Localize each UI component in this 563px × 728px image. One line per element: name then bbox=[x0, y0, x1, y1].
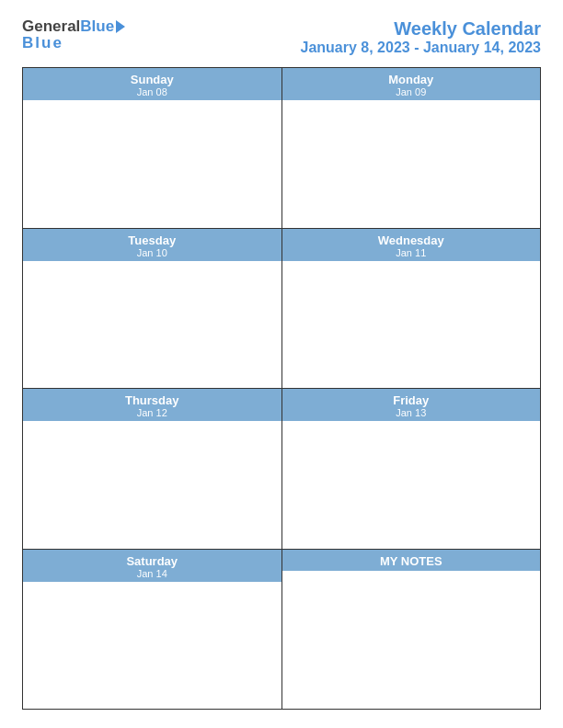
page: General Blue Blue Weekly Calendar Januar… bbox=[0, 0, 563, 728]
friday-body bbox=[282, 421, 541, 549]
calendar-title-block: Weekly Calendar January 8, 2023 - Januar… bbox=[300, 18, 541, 56]
header: General Blue Blue Weekly Calendar Januar… bbox=[22, 18, 541, 56]
saturday-date: Jan 14 bbox=[23, 568, 282, 579]
calendar-row-2: Tuesday Jan 10 Wednesday Jan 11 bbox=[23, 229, 540, 390]
saturday-header: Saturday Jan 14 bbox=[23, 550, 282, 582]
tuesday-body bbox=[23, 261, 282, 389]
calendar-row-1: Sunday Jan 08 Monday Jan 09 bbox=[23, 68, 540, 229]
monday-body bbox=[282, 100, 541, 228]
sunday-date: Jan 08 bbox=[23, 86, 282, 97]
day-cell-friday: Friday Jan 13 bbox=[282, 389, 541, 549]
logo-blue-text: Blue bbox=[80, 18, 114, 34]
calendar-row-4: Saturday Jan 14 MY NOTES bbox=[23, 550, 540, 710]
sunday-name: Sunday bbox=[23, 73, 282, 86]
day-cell-saturday: Saturday Jan 14 bbox=[23, 550, 282, 710]
day-cell-monday: Monday Jan 09 bbox=[282, 68, 541, 228]
friday-date: Jan 13 bbox=[282, 407, 541, 418]
notes-title: MY NOTES bbox=[380, 554, 442, 568]
thursday-name: Thursday bbox=[23, 393, 282, 407]
logo-arrow-icon bbox=[116, 20, 125, 33]
day-cell-notes: MY NOTES bbox=[282, 550, 541, 710]
saturday-name: Saturday bbox=[23, 554, 282, 568]
tuesday-header: Tuesday Jan 10 bbox=[23, 229, 282, 261]
day-cell-thursday: Thursday Jan 12 bbox=[23, 389, 282, 549]
calendar-title: Weekly Calendar bbox=[300, 18, 541, 40]
notes-header: MY NOTES bbox=[282, 550, 541, 571]
saturday-body bbox=[23, 582, 282, 710]
wednesday-name: Wednesday bbox=[282, 233, 541, 247]
logo-general-text: General bbox=[22, 18, 80, 34]
day-cell-tuesday: Tuesday Jan 10 bbox=[23, 229, 282, 389]
thursday-header: Thursday Jan 12 bbox=[23, 389, 282, 421]
sunday-header: Sunday Jan 08 bbox=[23, 68, 282, 100]
friday-header: Friday Jan 13 bbox=[282, 389, 541, 421]
calendar-date-range: January 8, 2023 - January 14, 2023 bbox=[300, 40, 541, 56]
monday-date: Jan 09 bbox=[282, 86, 541, 97]
notes-body bbox=[282, 571, 541, 710]
wednesday-body bbox=[282, 261, 541, 389]
wednesday-date: Jan 11 bbox=[282, 247, 541, 258]
calendar-row-3: Thursday Jan 12 Friday Jan 13 bbox=[23, 389, 540, 550]
monday-header: Monday Jan 09 bbox=[282, 68, 541, 100]
sunday-body bbox=[23, 100, 282, 228]
logo-tagline: Blue bbox=[22, 34, 63, 52]
day-cell-sunday: Sunday Jan 08 bbox=[23, 68, 282, 228]
wednesday-header: Wednesday Jan 11 bbox=[282, 229, 541, 261]
tuesday-date: Jan 10 bbox=[23, 247, 282, 258]
thursday-body bbox=[23, 421, 282, 549]
tuesday-name: Tuesday bbox=[23, 233, 282, 247]
logo: General Blue Blue bbox=[22, 18, 125, 52]
calendar-grid: Sunday Jan 08 Monday Jan 09 Tuesday Jan … bbox=[22, 67, 541, 710]
thursday-date: Jan 12 bbox=[23, 407, 282, 418]
friday-name: Friday bbox=[282, 393, 541, 407]
monday-name: Monday bbox=[282, 73, 541, 86]
day-cell-wednesday: Wednesday Jan 11 bbox=[282, 229, 541, 389]
